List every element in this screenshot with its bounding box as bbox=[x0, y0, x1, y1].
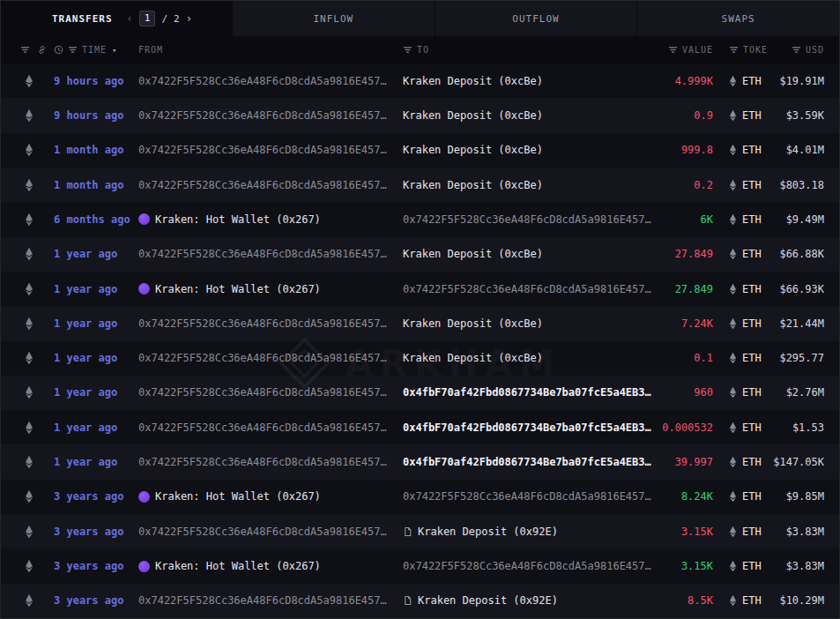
transfer-token[interactable]: ETH bbox=[717, 283, 766, 295]
tab-outflow[interactable]: OUTFLOW bbox=[435, 1, 637, 36]
transfer-from[interactable]: 0x7422F5F528Cc36eA48F6cD8cdA5a9816E457… bbox=[135, 248, 399, 260]
transfer-row[interactable]: 3 years ago 0x7422F5F528Cc36eA48F6cD8cdA… bbox=[1, 584, 839, 618]
transfer-time[interactable]: 1 year ago bbox=[50, 421, 135, 434]
transfer-to[interactable]: 0x4fbF70af42Fbd0867734Be7ba07fcE5a4EB3… bbox=[399, 421, 658, 434]
transfer-to[interactable]: Kraken Deposit (0xcBe) bbox=[399, 144, 658, 156]
transfer-time[interactable]: 3 years ago bbox=[50, 560, 135, 572]
transfer-row[interactable]: 1 year ago 0x7422F5F528Cc36eA48F6cD8cdA5… bbox=[1, 376, 839, 410]
transfer-row[interactable]: 1 year ago 0x7422F5F528Cc36eA48F6cD8cdA5… bbox=[1, 306, 839, 340]
transfer-from[interactable]: 0x7422F5F528Cc36eA48F6cD8cdA5a9816E457… bbox=[135, 594, 399, 607]
transfer-from[interactable]: Kraken: Hot Wallet (0x267) bbox=[135, 213, 399, 226]
transfer-to[interactable]: 0x7422F5F528Cc36eA48F6cD8cdA5a9816E457… bbox=[399, 490, 658, 503]
transfer-from[interactable]: 0x7422F5F528Cc36eA48F6cD8cdA5a9816E457… bbox=[135, 421, 399, 434]
tab-swaps[interactable]: SWAPS bbox=[636, 1, 839, 36]
transfer-time[interactable]: 1 year ago bbox=[50, 283, 135, 295]
transfer-to[interactable]: 0x7422F5F528Cc36eA48F6cD8cdA5a9816E457… bbox=[399, 560, 658, 572]
filter-icon[interactable] bbox=[68, 45, 78, 55]
transfer-to[interactable]: Kraken Deposit (0xcBe) bbox=[399, 109, 658, 122]
to-text: 0x7422F5F528Cc36eA48F6cD8cdA5a9816E457… bbox=[403, 283, 651, 295]
transfer-token[interactable]: ETH bbox=[717, 560, 766, 572]
transfer-from[interactable]: 0x7422F5F528Cc36eA48F6cD8cdA5a9816E457… bbox=[135, 179, 399, 191]
transfer-row[interactable]: 6 months ago Kraken: Hot Wallet (0x267) … bbox=[1, 202, 839, 236]
transfer-row[interactable]: 1 year ago 0x7422F5F528Cc36eA48F6cD8cdA5… bbox=[1, 341, 839, 376]
transfer-from[interactable]: 0x7422F5F528Cc36eA48F6cD8cdA5a9816E457… bbox=[135, 75, 399, 87]
transfer-from[interactable]: 0x7422F5F528Cc36eA48F6cD8cdA5a9816E457… bbox=[135, 317, 399, 330]
column-header-usd[interactable]: USD bbox=[766, 45, 839, 55]
transfer-from[interactable]: 0x7422F5F528Cc36eA48F6cD8cdA5a9816E457… bbox=[135, 386, 399, 399]
transfer-row[interactable]: 1 month ago 0x7422F5F528Cc36eA48F6cD8cdA… bbox=[1, 133, 839, 168]
pagination-prev-button[interactable]: ‹ bbox=[127, 12, 133, 25]
transfer-token[interactable]: ETH bbox=[717, 179, 766, 191]
transfer-to[interactable]: 0x4fbF70af42Fbd0867734Be7ba07fcE5a4EB3… bbox=[399, 386, 658, 399]
transfer-to[interactable]: Kraken Deposit (0xcBe) bbox=[399, 75, 658, 87]
transfer-to[interactable]: 0x7422F5F528Cc36eA48F6cD8cdA5a9816E457… bbox=[399, 213, 658, 226]
transfer-time[interactable]: 3 years ago bbox=[50, 490, 135, 503]
transfer-to[interactable]: Kraken Deposit (0x92E) bbox=[399, 526, 658, 538]
transfer-row[interactable]: 9 hours ago 0x7422F5F528Cc36eA48F6cD8cdA… bbox=[1, 63, 839, 98]
filter-icon[interactable] bbox=[20, 45, 30, 55]
transfer-token[interactable]: ETH bbox=[717, 144, 766, 156]
transfer-from[interactable]: Kraken: Hot Wallet (0x267) bbox=[135, 490, 399, 503]
transfer-from[interactable]: 0x7422F5F528Cc36eA48F6cD8cdA5a9816E457… bbox=[135, 144, 399, 156]
column-header-to[interactable]: TO bbox=[399, 45, 658, 55]
transfer-to[interactable]: Kraken Deposit (0xcBe) bbox=[399, 317, 658, 330]
transfer-time[interactable]: 9 hours ago bbox=[50, 109, 135, 122]
transfer-row[interactable]: 9 hours ago 0x7422F5F528Cc36eA48F6cD8cdA… bbox=[1, 98, 839, 132]
transfer-token[interactable]: ETH bbox=[717, 526, 766, 538]
transfer-from[interactable]: Kraken: Hot Wallet (0x267) bbox=[135, 560, 399, 572]
transfer-time[interactable]: 1 month ago bbox=[50, 144, 135, 156]
filter-icon[interactable] bbox=[792, 45, 801, 55]
filter-icon[interactable] bbox=[729, 45, 739, 55]
transfer-token[interactable]: ETH bbox=[717, 317, 766, 330]
transfer-token[interactable]: ETH bbox=[717, 421, 766, 434]
transfer-time[interactable]: 1 year ago bbox=[50, 456, 135, 468]
transfer-to[interactable]: 0x7422F5F528Cc36eA48F6cD8cdA5a9816E457… bbox=[399, 283, 658, 295]
transfer-token[interactable]: ETH bbox=[717, 594, 766, 607]
transfer-time[interactable]: 6 months ago bbox=[50, 213, 135, 226]
transfer-from[interactable]: 0x7422F5F528Cc36eA48F6cD8cdA5a9816E457… bbox=[135, 526, 399, 538]
transfer-row[interactable]: 3 years ago 0x7422F5F528Cc36eA48F6cD8cdA… bbox=[1, 514, 839, 548]
transfer-token[interactable]: ETH bbox=[717, 75, 766, 87]
transfer-row[interactable]: 3 years ago Kraken: Hot Wallet (0x267) 0… bbox=[1, 480, 839, 514]
transfer-time[interactable]: 1 year ago bbox=[50, 248, 135, 260]
transfer-from[interactable]: 0x7422F5F528Cc36eA48F6cD8cdA5a9816E457… bbox=[135, 456, 399, 468]
tab-transfers[interactable]: TRANSFERS ‹ 1 / 2 › bbox=[1, 1, 232, 36]
link-icon[interactable] bbox=[37, 45, 47, 55]
transfer-time[interactable]: 3 years ago bbox=[50, 594, 135, 607]
transfer-to[interactable]: Kraken Deposit (0xcBe) bbox=[399, 248, 658, 260]
transfer-row[interactable]: 1 year ago 0x7422F5F528Cc36eA48F6cD8cdA5… bbox=[1, 444, 839, 479]
transfer-time[interactable]: 1 year ago bbox=[50, 317, 135, 330]
transfer-row[interactable]: 1 year ago 0x7422F5F528Cc36eA48F6cD8cdA5… bbox=[1, 410, 839, 444]
transfer-token[interactable]: ETH bbox=[717, 456, 766, 468]
transfer-row[interactable]: 1 year ago Kraken: Hot Wallet (0x267) 0x… bbox=[1, 272, 839, 306]
transfer-time[interactable]: 9 hours ago bbox=[50, 75, 135, 87]
transfer-token[interactable]: ETH bbox=[717, 213, 766, 226]
pagination-next-button[interactable]: › bbox=[186, 12, 192, 25]
tab-inflow[interactable]: INFLOW bbox=[232, 1, 435, 36]
transfer-token[interactable]: ETH bbox=[717, 490, 766, 503]
column-header-time[interactable]: TIME ▾ bbox=[50, 45, 135, 55]
transfer-time[interactable]: 1 month ago bbox=[50, 179, 135, 191]
transfer-token[interactable]: ETH bbox=[717, 109, 766, 122]
transfer-time[interactable]: 1 year ago bbox=[50, 352, 135, 364]
transfer-to[interactable]: Kraken Deposit (0x92E) bbox=[399, 594, 658, 607]
transfer-from[interactable]: 0x7422F5F528Cc36eA48F6cD8cdA5a9816E457… bbox=[135, 109, 399, 122]
column-header-from[interactable]: FROM bbox=[135, 45, 399, 55]
column-header-token[interactable]: TOKEN bbox=[717, 45, 766, 55]
transfer-token[interactable]: ETH bbox=[717, 248, 766, 260]
transfer-time[interactable]: 3 years ago bbox=[50, 526, 135, 538]
filter-icon[interactable] bbox=[403, 45, 413, 55]
column-header-value[interactable]: VALUE bbox=[658, 45, 717, 55]
transfer-time[interactable]: 1 year ago bbox=[50, 386, 135, 399]
filter-icon[interactable] bbox=[668, 45, 678, 55]
transfer-row[interactable]: 3 years ago Kraken: Hot Wallet (0x267) 0… bbox=[1, 548, 839, 583]
transfer-to[interactable]: Kraken Deposit (0xcBe) bbox=[399, 352, 658, 364]
transfer-token[interactable]: ETH bbox=[717, 352, 766, 364]
transfer-from[interactable]: Kraken: Hot Wallet (0x267) bbox=[135, 283, 399, 295]
transfer-row[interactable]: 1 year ago 0x7422F5F528Cc36eA48F6cD8cdA5… bbox=[1, 237, 839, 272]
transfer-to[interactable]: Kraken Deposit (0xcBe) bbox=[399, 179, 658, 191]
transfer-from[interactable]: 0x7422F5F528Cc36eA48F6cD8cdA5a9816E457… bbox=[135, 352, 399, 364]
transfer-token[interactable]: ETH bbox=[717, 386, 766, 399]
transfer-row[interactable]: 1 month ago 0x7422F5F528Cc36eA48F6cD8cdA… bbox=[1, 168, 839, 202]
transfer-to[interactable]: 0x4fbF70af42Fbd0867734Be7ba07fcE5a4EB3… bbox=[399, 456, 658, 468]
